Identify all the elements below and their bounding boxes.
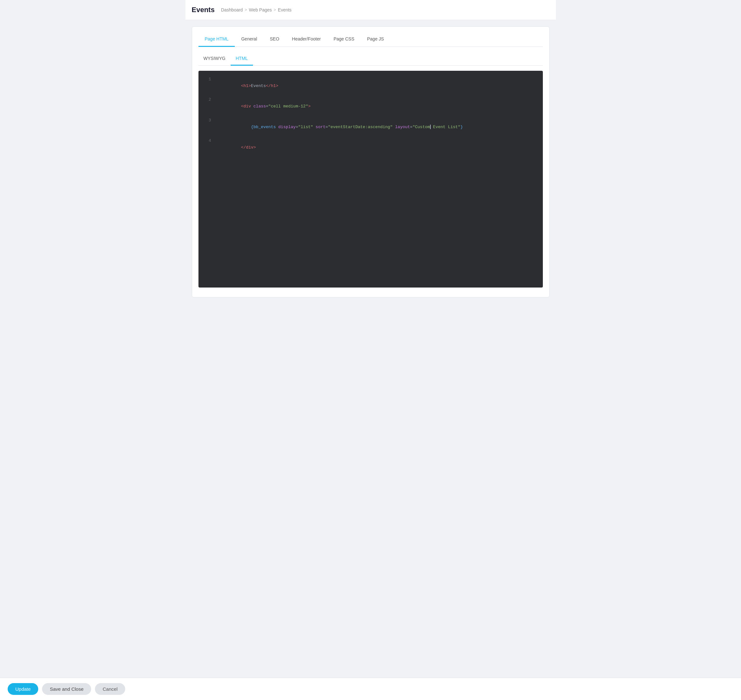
- save-close-button[interactable]: Save and Close: [42, 683, 91, 695]
- tab-page-css[interactable]: Page CSS: [327, 33, 361, 47]
- code-line-1: 1 <h1>Events</h1>: [198, 76, 543, 96]
- attr-layout: layout: [395, 125, 410, 129]
- code-line-4-content: </div>: [216, 138, 256, 157]
- tag-div-end: </div>: [241, 145, 256, 150]
- indent-spaces: [241, 125, 251, 129]
- attr-display: display: [279, 125, 296, 129]
- breadcrumb-sep-1: >: [245, 8, 247, 12]
- attr-sort: sort: [316, 125, 326, 129]
- space-1: [313, 125, 316, 129]
- line-number-4: 4: [204, 138, 211, 144]
- tab-html[interactable]: HTML: [230, 53, 253, 66]
- main-content: Page HTML General SEO Header/Footer Page…: [192, 26, 550, 297]
- action-bar: Update Save and Close Cancel: [0, 678, 741, 700]
- tag-h1-close: </h1>: [266, 84, 279, 88]
- update-button[interactable]: Update: [8, 683, 38, 695]
- code-text-events: Events: [251, 84, 266, 88]
- code-line-1-content: <h1>Events</h1>: [216, 76, 279, 96]
- code-line-4: 4 </div>: [198, 137, 543, 158]
- tag-h1-open: <h1>: [241, 84, 251, 88]
- attr-class-value: "cell medium-12": [268, 104, 308, 109]
- sub-tabs: WYSIWYG HTML: [198, 53, 543, 66]
- cancel-button[interactable]: Cancel: [95, 683, 125, 695]
- tab-page-html[interactable]: Page HTML: [198, 33, 235, 47]
- code-line-2: 2 <div class="cell medium-12">: [198, 96, 543, 117]
- tab-page-js[interactable]: Page JS: [361, 33, 390, 47]
- page-title: Events: [192, 6, 215, 14]
- attr-display-value: "list": [298, 125, 313, 129]
- code-editor[interactable]: 1 <h1>Events</h1> 2 <div class="cell med…: [198, 71, 543, 288]
- code-line-2-content: <div class="cell medium-12">: [216, 97, 311, 116]
- equals-2: =: [296, 125, 298, 129]
- tab-wysiwyg[interactable]: WYSIWYG: [198, 53, 230, 66]
- breadcrumb-events: Events: [278, 7, 292, 12]
- attr-class: class: [254, 104, 266, 109]
- breadcrumb-sep-2: >: [274, 8, 276, 12]
- equals-4: =: [410, 125, 412, 129]
- equals-3: =: [326, 125, 328, 129]
- line-number-2: 2: [204, 97, 211, 103]
- attr-layout-value-cont: Event List": [431, 125, 461, 129]
- top-tabs: Page HTML General SEO Header/Footer Page…: [198, 33, 543, 47]
- breadcrumb-dashboard: Dashboard: [221, 7, 243, 12]
- tag-div-open: <div: [241, 104, 254, 109]
- shortcode-end: }: [460, 125, 463, 129]
- tab-header-footer[interactable]: Header/Footer: [286, 33, 327, 47]
- line-number-1: 1: [204, 76, 211, 83]
- breadcrumb: Dashboard > Web Pages > Events: [221, 7, 292, 12]
- attr-sort-value: "eventStartDate:ascending": [328, 125, 393, 129]
- attr-layout-value: "Custom: [412, 125, 430, 129]
- line-number-3: 3: [204, 117, 211, 124]
- code-line-3-content: {bb_events display="list" sort="eventSta…: [216, 117, 463, 137]
- breadcrumb-webpages: Web Pages: [249, 7, 272, 12]
- code-line-3: 3 {bb_events display="list" sort="eventS…: [198, 117, 543, 137]
- page-header: Events Dashboard > Web Pages > Events: [185, 0, 556, 20]
- tag-div-close-bracket: >: [308, 104, 311, 109]
- tab-seo[interactable]: SEO: [263, 33, 286, 47]
- shortcode-start: {bb_events: [251, 125, 279, 129]
- tab-general[interactable]: General: [235, 33, 263, 47]
